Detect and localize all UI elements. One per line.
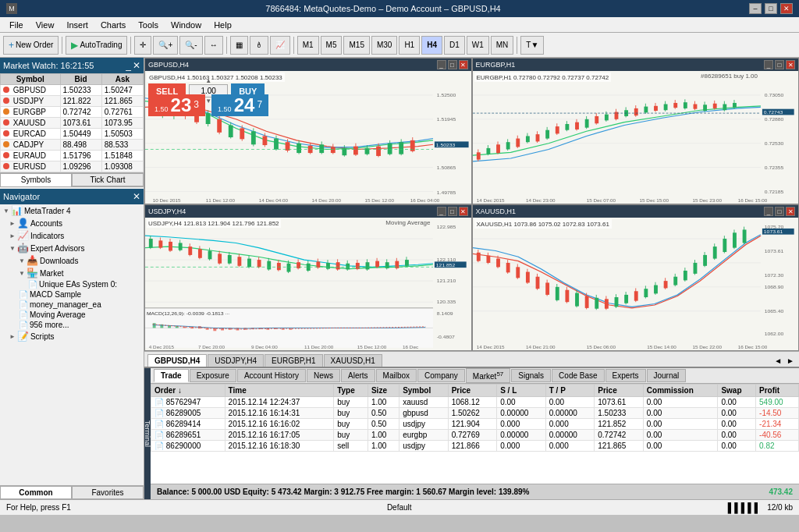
col-curr-price[interactable]: Price (595, 385, 644, 397)
tab-favorites[interactable]: Favorites (72, 486, 144, 499)
chart-eurgbp-minimize[interactable]: _ (764, 60, 773, 69)
menu-charts[interactable]: Charts (94, 19, 132, 31)
col-time[interactable]: Time (225, 385, 334, 397)
nav-expert-advisors[interactable]: ▼ 🤖 Expert Advisors (0, 242, 144, 254)
tab-account-history[interactable]: Account History (237, 369, 306, 382)
market-row[interactable]: EURAUD 1.51796 1.51848 (1, 151, 144, 161)
chart-xauusd-minimize[interactable]: _ (764, 207, 773, 216)
tab-trade[interactable]: Trade (154, 369, 189, 382)
chart-tab-gbpusd[interactable]: GBPUSD,H4 (147, 354, 207, 367)
candle-chart-button[interactable]: 🕯 (250, 36, 268, 55)
col-type[interactable]: Type (334, 385, 368, 397)
crosshair-button[interactable]: ✛ (134, 36, 151, 55)
market-row[interactable]: EURGBP 0.72742 0.72761 (1, 107, 144, 118)
tab-journal[interactable]: Journal (647, 369, 687, 382)
market-row[interactable]: EURCAD 1.50449 1.50503 (1, 129, 144, 140)
order-row[interactable]: 📄 86289651 2015.12.16 16:17:05 buy 1.00 … (151, 430, 799, 441)
tab-code-base[interactable]: Code Base (552, 369, 604, 382)
period-w1[interactable]: W1 (467, 36, 489, 55)
navigator-close[interactable]: ✕ (133, 191, 140, 202)
market-watch-minimize[interactable]: _ (126, 60, 131, 71)
chart-tab-xauusd[interactable]: XAUUSD,H1 (324, 354, 382, 367)
menu-insert[interactable]: Insert (60, 19, 94, 31)
minimize-button[interactable]: – (749, 3, 762, 14)
period-m30[interactable]: M30 (371, 36, 397, 55)
order-row[interactable]: 📄 86289414 2015.12.16 16:16:02 buy 0.50 … (151, 419, 799, 430)
period-mn[interactable]: MN (491, 36, 514, 55)
menu-file[interactable]: File (3, 19, 30, 31)
chart-gbpusd-close[interactable]: ✕ (459, 60, 468, 69)
chart-nav-right[interactable]: ► (785, 355, 796, 367)
chart-gbpusd-minimize[interactable]: _ (437, 60, 446, 69)
nav-money-manager[interactable]: 📄 money_manager_ea (0, 300, 144, 310)
chart-usdjpy-close[interactable]: ✕ (459, 207, 468, 216)
close-button[interactable]: ✕ (780, 3, 793, 14)
col-order[interactable]: Order ↓ (151, 385, 225, 397)
terminal-label[interactable]: Terminal (144, 368, 151, 499)
nav-scripts[interactable]: ► 📝 Scripts (0, 330, 144, 342)
menu-help[interactable]: Help (208, 19, 238, 31)
market-row[interactable]: GBPUSD 1.50233 1.50247 (1, 85, 144, 96)
zoom-out-button[interactable]: 🔍- (179, 36, 202, 55)
chart-eurgbp-close[interactable]: ✕ (786, 60, 795, 69)
chart-gbpusd-maximize[interactable]: □ (448, 60, 457, 69)
col-tp[interactable]: T / P (545, 385, 595, 397)
nav-indicators[interactable]: ► 📈 Indicators (0, 229, 144, 242)
col-commission[interactable]: Commission (643, 385, 718, 397)
tab-common[interactable]: Common (0, 486, 72, 499)
auto-trading-button[interactable]: ▶ AutoTrading (66, 36, 127, 55)
menu-view[interactable]: View (30, 19, 61, 31)
nav-macd-sample[interactable]: 📄 MACD Sample (0, 289, 144, 300)
chart-tab-eurgbp[interactable]: EURGBP,H1 (265, 354, 323, 367)
market-row[interactable]: CADJPY 88.498 88.533 (1, 140, 144, 151)
order-row[interactable]: 📄 86289005 2015.12.16 16:14:31 buy 0.50 … (151, 408, 799, 419)
chart-nav-left[interactable]: ◄ (772, 355, 783, 367)
market-tick-tab[interactable]: Tick Chart (72, 173, 144, 186)
menu-tools[interactable]: Tools (132, 19, 165, 31)
template-button[interactable]: T▼ (520, 36, 544, 55)
col-sl[interactable]: S / L (497, 385, 546, 397)
chart-usdjpy-minimize[interactable]: _ (437, 207, 446, 216)
period-d1[interactable]: D1 (444, 36, 465, 55)
period-h1[interactable]: H1 (399, 36, 420, 55)
nav-market[interactable]: ▼ 🏪 Market (0, 267, 144, 279)
chart-usdjpy-maximize[interactable]: □ (448, 207, 457, 216)
tab-market[interactable]: Market57 (466, 368, 510, 383)
period-m15[interactable]: M15 (343, 36, 369, 55)
tab-mailbox[interactable]: Mailbox (376, 369, 417, 382)
chart-tab-usdjpy[interactable]: USDJPY,H4 (208, 354, 264, 367)
menu-window[interactable]: Window (165, 19, 208, 31)
chart-xauusd-maximize[interactable]: □ (775, 207, 784, 216)
nav-accounts[interactable]: ► 👤 Accounts (0, 217, 144, 229)
line-chart-button[interactable]: 📈 (270, 36, 290, 55)
market-row[interactable]: EURUSD 1.09296 1.09308 (1, 161, 144, 172)
market-watch-close[interactable]: ✕ (133, 60, 140, 71)
tab-signals[interactable]: Signals (511, 369, 551, 382)
tab-exposure[interactable]: Exposure (190, 369, 236, 382)
nav-downloads[interactable]: ▼ 📥 Downloads (0, 254, 144, 267)
market-symbols-tab[interactable]: Symbols (0, 173, 72, 186)
col-size[interactable]: Size (368, 385, 399, 397)
col-profit[interactable]: Profit (756, 385, 799, 397)
nav-unique-eas[interactable]: 📄 Unique EAs System 0: (0, 279, 144, 289)
order-row[interactable]: 📄 85762947 2015.12.14 12:24:37 buy 1.00 … (151, 397, 799, 408)
order-row[interactable]: 📄 86290000 2015.12.16 16:18:30 sell 1.00… (151, 441, 799, 452)
chart-scroll-button[interactable]: ↔ (204, 36, 223, 55)
chart-eurgbp-maximize[interactable]: □ (775, 60, 784, 69)
tab-experts[interactable]: Experts (605, 369, 646, 382)
tab-alerts[interactable]: Alerts (341, 369, 375, 382)
nav-more[interactable]: 📄 956 more... (0, 320, 144, 330)
col-price[interactable]: Price (448, 385, 497, 397)
period-h4[interactable]: H4 (421, 36, 442, 55)
zoom-in-button[interactable]: 🔍+ (153, 36, 178, 55)
tab-news[interactable]: News (307, 369, 340, 382)
maximize-button[interactable]: □ (765, 3, 777, 14)
chart-xauusd-close[interactable]: ✕ (786, 207, 795, 216)
market-row[interactable]: XAUUSD 1073.61 1073.95 (1, 118, 144, 129)
period-m5[interactable]: M5 (321, 36, 343, 55)
new-order-button[interactable]: + New Order (3, 36, 59, 55)
nav-metatrader4[interactable]: ▼ 📊 MetaTrader 4 (0, 204, 144, 217)
nav-moving-average[interactable]: 📄 Moving Average (0, 310, 144, 320)
period-m1[interactable]: M1 (297, 36, 319, 55)
col-symbol[interactable]: Symbol (400, 385, 449, 397)
